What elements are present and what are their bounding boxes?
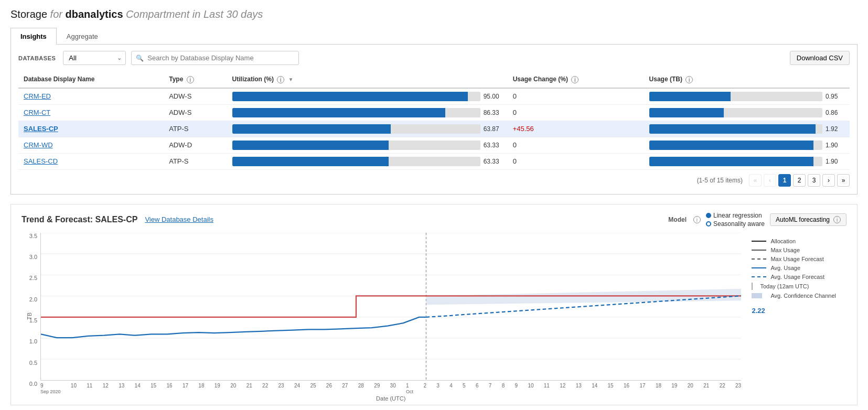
db-name-link[interactable]: CRM-CT: [24, 109, 50, 116]
radio-seasonality[interactable]: Seasonality aware: [706, 220, 765, 228]
usage-tb-bar-cell: 1.90: [649, 157, 844, 166]
type-info-icon[interactable]: i: [187, 76, 194, 83]
table-cell-name: CRM-CT: [18, 104, 164, 121]
x-tick: 17: [183, 383, 188, 394]
y-label: 0.5: [29, 360, 37, 366]
search-icon: 🔍: [136, 55, 144, 62]
table-cell-name: SALES-CD: [18, 153, 164, 169]
view-database-details-link[interactable]: View Database Details: [145, 215, 213, 223]
chart-title: Trend & Forecast: SALES-CP: [22, 215, 137, 224]
utilization-bar-fill: [232, 124, 391, 134]
pagination-page-2[interactable]: 2: [793, 174, 806, 187]
databases-select[interactable]: All: [63, 51, 126, 65]
radio-seasonality-dot: [706, 221, 711, 226]
table-row: CRM-WDADW-D63.3301.90: [18, 137, 850, 153]
search-container: 🔍: [131, 51, 299, 65]
utilization-bar-cell: 63.33: [232, 157, 502, 166]
table-cell-usage-change: +45.56: [508, 121, 644, 137]
x-tick: 29: [374, 383, 380, 394]
x-tick: 24: [294, 383, 300, 394]
legend-line-max-usage: [752, 250, 766, 251]
x-tick: 12: [560, 383, 565, 394]
usage-tb-bar-fill: [649, 92, 731, 101]
table-cell-utilization: 86.33: [227, 104, 508, 121]
x-tick: 9Sep 2020: [40, 383, 61, 394]
usage-change-info-icon[interactable]: i: [571, 76, 578, 83]
pagination-next[interactable]: ›: [822, 174, 835, 187]
x-tick: 11: [87, 383, 92, 394]
pagination-page-3[interactable]: 3: [808, 174, 820, 187]
pagination-page-1[interactable]: 1: [778, 174, 791, 187]
automl-forecasting-button[interactable]: AutoML forecasting i: [770, 213, 846, 226]
usage-tb-bar-cell: 1.90: [649, 141, 844, 150]
x-tick: 5: [463, 383, 466, 394]
model-label: Model: [668, 216, 687, 223]
y-label: 0.0: [29, 381, 37, 387]
table-row: SALES-CDATP-S63.3301.90: [18, 153, 850, 169]
table-body: CRM-EDADW-S95.0000.95CRM-CTADW-S86.3300.…: [18, 88, 850, 170]
usage-tb-value: 0.86: [826, 109, 844, 116]
legend-avg-usage: Avg. Usage: [752, 265, 836, 271]
legend-max-usage: Max Usage: [752, 247, 836, 253]
chart-header: Trend & Forecast: SALES-CP View Database…: [22, 212, 846, 228]
utilization-value: 63.33: [484, 142, 502, 149]
x-tick: 19: [671, 383, 677, 394]
search-input[interactable]: [131, 51, 299, 65]
legend-today-line: [752, 283, 753, 290]
tab-aggregate[interactable]: Aggregate: [57, 28, 108, 45]
db-name-link[interactable]: SALES-CD: [24, 157, 58, 165]
utilization-filter-icon[interactable]: ▼: [288, 77, 294, 82]
model-info-icon[interactable]: i: [693, 216, 701, 223]
col-header-type: Type i: [164, 71, 227, 88]
utilization-bar-fill: [232, 157, 389, 166]
db-name-link[interactable]: CRM-ED: [24, 92, 51, 100]
radio-group: Linear regression Seasonality aware: [706, 212, 765, 228]
usage-tb-info-icon[interactable]: i: [685, 76, 693, 83]
radio-linear[interactable]: Linear regression: [706, 212, 765, 219]
utilization-bar-fill: [232, 108, 446, 117]
table-cell-utilization: 63.33: [227, 153, 508, 169]
x-tick: 21: [703, 383, 709, 394]
usage-tb-bar-bg: [649, 157, 822, 166]
db-name-link[interactable]: SALES-CP: [24, 125, 58, 133]
table-cell-usage-change: 0: [508, 88, 644, 105]
table-cell-utilization: 63.87: [227, 121, 508, 137]
table-cell-type: ATP-S: [164, 121, 227, 137]
utilization-bar-fill: [232, 141, 389, 150]
legend-conf-rect: [752, 293, 762, 298]
usage-tb-value: 1.90: [826, 142, 844, 149]
pagination: (1-5 of 15 items) « ‹ 1 2 3 › »: [18, 170, 850, 188]
table-cell-usage-change: 0: [508, 104, 644, 121]
x-axis-title: Date (UTC): [40, 395, 741, 402]
tab-insights[interactable]: Insights: [10, 28, 57, 45]
chart-legend: Allocation Max Usage Max Usage Forecast …: [741, 233, 846, 400]
x-tick: 1Oct: [406, 383, 413, 394]
x-tick: 18: [198, 383, 204, 394]
tab-insights-content: DATABASES All ⌄ 🔍 Download CSV Database …: [10, 45, 858, 195]
db-name-link[interactable]: CRM-WD: [24, 141, 53, 149]
download-csv-button[interactable]: Download CSV: [790, 51, 850, 65]
x-tick: 9: [515, 383, 518, 394]
x-tick: 23: [735, 383, 741, 394]
pagination-last[interactable]: »: [837, 174, 850, 187]
main-page: Storage for dbanalytics Compartment in L…: [0, 0, 868, 410]
automl-info-icon[interactable]: i: [833, 216, 841, 223]
pagination-first[interactable]: «: [749, 174, 762, 187]
x-tick: 30: [390, 383, 396, 394]
x-tick: 11: [544, 383, 550, 394]
pagination-prev[interactable]: ‹: [764, 174, 776, 187]
x-tick: 16: [624, 383, 629, 394]
x-tick: 26: [326, 383, 332, 394]
data-table: Database Display Name Type i Utilization…: [18, 71, 850, 170]
legend-line-avg-usage-forecast: [752, 276, 766, 277]
utilization-info-icon[interactable]: i: [277, 76, 284, 83]
x-tick: 14: [135, 383, 141, 394]
x-tick: 16: [166, 383, 172, 394]
legend-line-allocation: [752, 241, 766, 242]
usage-tb-bar-fill: [649, 141, 814, 150]
table-cell-usage-tb: 0.86: [644, 104, 850, 121]
radio-linear-dot: [706, 213, 711, 218]
x-tick: 14: [592, 383, 597, 394]
legend-max-usage-forecast: Max Usage Forecast: [752, 256, 836, 262]
x-tick: 17: [639, 383, 645, 394]
